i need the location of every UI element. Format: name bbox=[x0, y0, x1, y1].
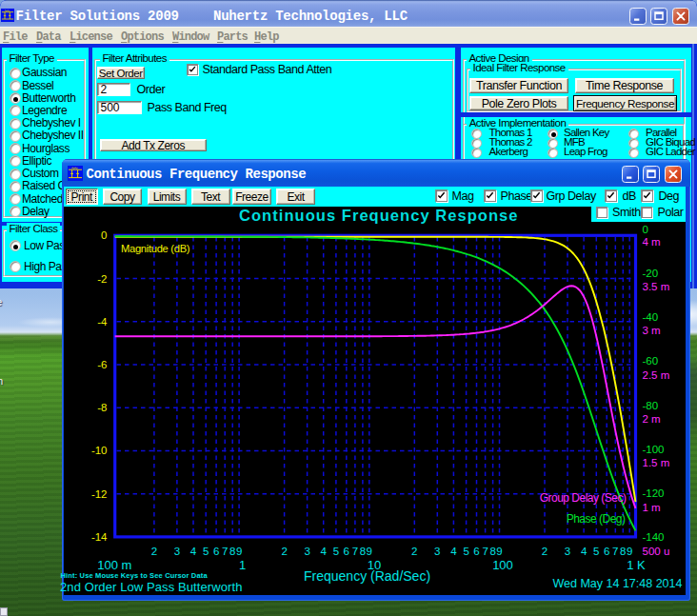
svg-text:9: 9 bbox=[235, 546, 241, 557]
svg-text:9: 9 bbox=[626, 546, 631, 557]
svg-text:0: 0 bbox=[101, 229, 107, 241]
svg-text:5: 5 bbox=[593, 546, 599, 557]
svg-text:-20: -20 bbox=[642, 268, 658, 279]
svg-text:100: 100 bbox=[492, 558, 513, 572]
svg-text:4: 4 bbox=[189, 546, 196, 557]
svg-text:-120: -120 bbox=[642, 487, 664, 499]
svg-text:4 m: 4 m bbox=[642, 236, 660, 248]
svg-text:5: 5 bbox=[332, 546, 338, 557]
svg-text:Group Delay (Sec): Group Delay (Sec) bbox=[539, 491, 626, 505]
svg-text:8: 8 bbox=[229, 546, 234, 557]
svg-text:Phase (Deg): Phase (Deg) bbox=[566, 512, 625, 526]
svg-text:3: 3 bbox=[434, 546, 440, 557]
svg-text:6: 6 bbox=[212, 546, 218, 557]
svg-text:3: 3 bbox=[564, 546, 569, 557]
svg-text:1.5 m: 1.5 m bbox=[642, 457, 669, 468]
svg-text:2: 2 bbox=[150, 546, 156, 557]
svg-text:6: 6 bbox=[343, 546, 348, 557]
svg-text:-100: -100 bbox=[642, 444, 664, 455]
svg-text:-80: -80 bbox=[642, 400, 658, 411]
svg-text:7: 7 bbox=[482, 546, 488, 557]
svg-text:2 m: 2 m bbox=[642, 413, 660, 425]
svg-text:7: 7 bbox=[221, 546, 227, 557]
svg-text:3 m: 3 m bbox=[642, 325, 660, 336]
svg-text:1 m: 1 m bbox=[642, 502, 660, 513]
svg-text:-2: -2 bbox=[97, 273, 107, 285]
svg-text:-4: -4 bbox=[97, 316, 108, 328]
svg-text:7: 7 bbox=[351, 546, 357, 557]
svg-text:-140: -140 bbox=[642, 531, 664, 543]
svg-text:9: 9 bbox=[366, 546, 371, 557]
svg-text:6: 6 bbox=[603, 546, 608, 557]
svg-text:-14: -14 bbox=[90, 531, 107, 543]
svg-text:500 u: 500 u bbox=[642, 546, 669, 557]
svg-text:-10: -10 bbox=[90, 445, 107, 456]
svg-text:100 m: 100 m bbox=[97, 558, 131, 572]
svg-text:8: 8 bbox=[489, 546, 495, 557]
svg-text:7: 7 bbox=[612, 546, 618, 557]
svg-text:-8: -8 bbox=[97, 402, 107, 413]
svg-text:1: 1 bbox=[238, 558, 245, 572]
svg-text:4: 4 bbox=[450, 546, 457, 557]
svg-text:5: 5 bbox=[463, 546, 468, 557]
svg-text:4: 4 bbox=[320, 546, 327, 557]
svg-text:-6: -6 bbox=[97, 359, 107, 370]
svg-text:0: 0 bbox=[642, 224, 647, 235]
svg-text:8: 8 bbox=[620, 546, 626, 557]
svg-text:6: 6 bbox=[473, 546, 479, 557]
svg-text:2: 2 bbox=[411, 546, 417, 557]
svg-text:2: 2 bbox=[541, 546, 547, 557]
svg-text:3: 3 bbox=[173, 546, 179, 557]
svg-text:2.5 m: 2.5 m bbox=[642, 369, 669, 381]
svg-text:1 K: 1 K bbox=[627, 558, 646, 572]
svg-text:-60: -60 bbox=[642, 355, 658, 367]
svg-text:3.5 m: 3.5 m bbox=[642, 281, 669, 292]
svg-text:5: 5 bbox=[202, 546, 208, 557]
svg-text:3: 3 bbox=[304, 546, 309, 557]
svg-text:Magnitude (dB): Magnitude (dB) bbox=[121, 243, 190, 254]
svg-text:4: 4 bbox=[580, 546, 587, 557]
svg-text:8: 8 bbox=[359, 546, 365, 557]
svg-text:-40: -40 bbox=[642, 311, 658, 323]
svg-text:-12: -12 bbox=[90, 488, 107, 500]
svg-text:9: 9 bbox=[496, 546, 502, 557]
svg-text:2: 2 bbox=[281, 546, 287, 557]
